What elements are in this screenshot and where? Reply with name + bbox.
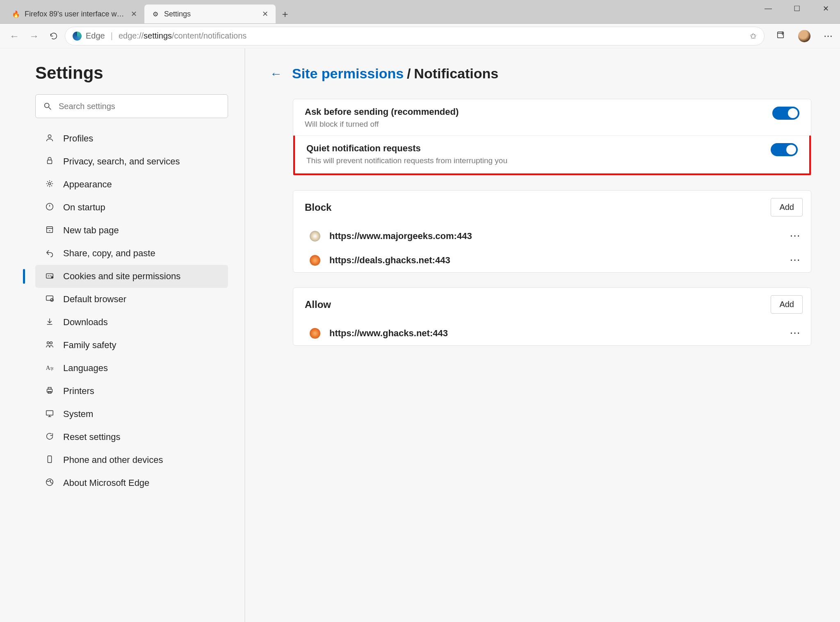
sidebar-item-privacy-search-and-services[interactable]: Privacy, search, and services (35, 150, 228, 173)
back-button[interactable]: ← (6, 27, 23, 45)
favorite-button[interactable]: ✩ (750, 31, 757, 41)
setting-title: Quiet notification requests (306, 143, 762, 154)
svg-point-8 (48, 182, 51, 185)
setting-ask-before-sending: Ask before sending (recommended) Will bl… (293, 99, 811, 137)
sidebar-item-on-startup[interactable]: On startup (35, 196, 228, 219)
svg-point-34 (46, 478, 53, 485)
svg-rect-26 (47, 389, 52, 392)
new-tab-button[interactable]: ＋ (276, 5, 294, 23)
setting-desc: Will block if turned off (305, 120, 764, 129)
content: Settings ProfilesPrivacy, search, and se… (0, 48, 840, 622)
tab-settings[interactable]: ⚙ Settings ✕ (144, 5, 276, 23)
more-menu-button[interactable]: ⋯ (822, 31, 834, 41)
tab-title: Firefox 89's user interface will be (25, 10, 124, 18)
sidebar-item-about-microsoft-edge[interactable]: About Microsoft Edge (35, 472, 228, 494)
svg-rect-27 (48, 387, 51, 389)
fire-icon: 🔥 (11, 9, 21, 18)
site-url: https://www.ghacks.net:443 (329, 328, 781, 339)
search-settings-box[interactable] (35, 94, 228, 118)
refresh-icon (49, 32, 58, 41)
svg-rect-32 (48, 456, 51, 463)
site-url: https://deals.ghacks.net:443 (329, 255, 781, 266)
sidebar-item-label: Phone and other devices (63, 455, 163, 465)
sidebar-item-default-browser[interactable]: Default browser (35, 288, 228, 311)
sidebar-item-new-tab-page[interactable]: New tab page (35, 219, 228, 242)
toggle-quiet-notifications[interactable] (771, 143, 798, 156)
svg-point-23 (50, 342, 52, 344)
setting-quiet-notifications: Quiet notification requests This will pr… (293, 135, 811, 175)
sidebar-item-share-copy-and-paste[interactable]: Share, copy, and paste (35, 242, 228, 265)
breadcrumb-parent-link[interactable]: Site permissions (292, 66, 404, 81)
site-favicon (310, 328, 320, 339)
sidebar-item-printers[interactable]: Printers (35, 380, 228, 403)
sidebar-item-label: About Microsoft Edge (63, 478, 149, 488)
profile-avatar[interactable] (798, 30, 810, 42)
collections-icon[interactable] (774, 30, 787, 42)
setting-desc: This will prevent notification requests … (306, 156, 762, 165)
allow-header: Allow Add (293, 288, 811, 321)
chip-label: Edge (86, 31, 105, 41)
sidebar-item-label: Appearance (63, 179, 112, 190)
site-more-button[interactable]: ⋯ (790, 327, 801, 339)
sidebar-item-label: Cookies and site permissions (63, 271, 180, 282)
forward-button: → (25, 27, 43, 45)
sidebar-item-languages[interactable]: A字Languages (35, 357, 228, 380)
sidebar-item-icon (44, 455, 55, 466)
sidebar-item-label: On startup (63, 202, 105, 213)
breadcrumb: ← Site permissions / Notifications (270, 66, 811, 82)
svg-point-4 (45, 103, 49, 108)
block-title: Block (305, 202, 771, 213)
sidebar-item-icon (44, 133, 55, 144)
close-icon[interactable]: ✕ (128, 9, 139, 19)
sidebar-item-label: Share, copy, and paste (63, 248, 155, 259)
close-icon[interactable]: ✕ (260, 9, 271, 19)
sidebar-item-phone-and-other-devices[interactable]: Phone and other devices (35, 449, 228, 472)
sidebar-item-label: System (63, 409, 93, 419)
tab-firefox[interactable]: 🔥 Firefox 89's user interface will be ✕ (5, 5, 144, 23)
site-more-button[interactable]: ⋯ (790, 230, 801, 242)
sidebar-item-downloads[interactable]: Downloads (35, 311, 228, 334)
search-input[interactable] (59, 102, 220, 111)
settings-sidebar: Settings ProfilesPrivacy, search, and se… (0, 48, 245, 622)
svg-text:字: 字 (50, 367, 54, 371)
sidebar-item-icon (44, 478, 55, 489)
maximize-button[interactable]: ☐ (783, 0, 811, 23)
svg-point-6 (48, 134, 51, 137)
separator: | (111, 31, 113, 41)
sidebar-item-icon (44, 156, 55, 167)
refresh-button[interactable] (45, 27, 62, 45)
close-window-button[interactable]: ✕ (811, 0, 840, 23)
add-block-button[interactable]: Add (771, 198, 803, 216)
allow-card: Allow Add https://www.ghacks.net:443⋯ (293, 287, 811, 346)
site-row: https://deals.ghacks.net:443⋯ (293, 248, 811, 272)
sidebar-item-label: Privacy, search, and services (63, 156, 180, 167)
svg-line-5 (49, 107, 51, 110)
svg-rect-29 (46, 410, 53, 415)
svg-rect-11 (47, 226, 53, 232)
toggle-ask-before-sending[interactable] (772, 107, 799, 120)
site-favicon (310, 231, 320, 242)
url-display: edge://settings/content/notifications (119, 31, 247, 41)
address-bar[interactable]: Edge | edge://settings/content/notificat… (65, 27, 765, 46)
sidebar-item-icon (44, 386, 55, 397)
sidebar-item-label: Languages (63, 363, 108, 374)
sidebar-item-system[interactable]: System (35, 403, 228, 426)
sidebar-item-icon (44, 179, 55, 190)
site-row: https://www.ghacks.net:443⋯ (293, 321, 811, 345)
page-title: Settings (35, 63, 228, 83)
sidebar-item-cookies-and-site-permissions[interactable]: Cookies and site permissions (35, 265, 228, 288)
back-arrow-icon[interactable]: ← (270, 67, 282, 81)
sidebar-item-family-safety[interactable]: Family safety (35, 334, 228, 357)
toolbar-right: ⋯ (774, 30, 834, 42)
sidebar-item-icon (44, 294, 55, 305)
sidebar-item-profiles[interactable]: Profiles (35, 127, 228, 150)
sidebar-item-reset-settings[interactable]: Reset settings (35, 426, 228, 449)
sidebar-item-appearance[interactable]: Appearance (35, 173, 228, 196)
sidebar-item-label: Downloads (63, 317, 108, 328)
add-allow-button[interactable]: Add (771, 295, 803, 314)
sidebar-item-icon (44, 340, 55, 351)
site-more-button[interactable]: ⋯ (790, 254, 801, 267)
minimize-button[interactable]: — (754, 0, 783, 23)
sidebar-item-label: Profiles (63, 133, 93, 144)
gear-icon: ⚙ (151, 9, 160, 18)
